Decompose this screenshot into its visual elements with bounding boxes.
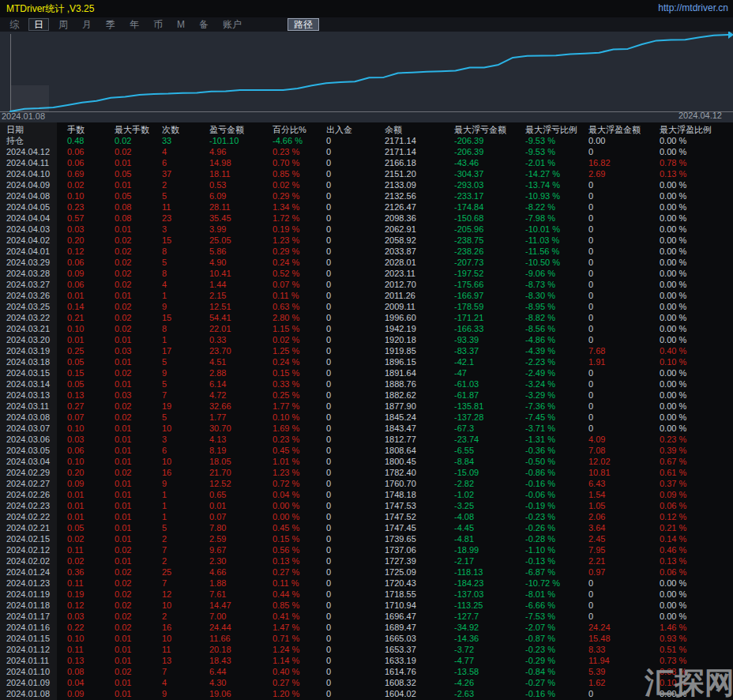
table-row[interactable]: 2024.02.020.020.0122.300.13 %01727.39-2.… (0, 555, 733, 566)
table-row[interactable]: 2024.03.180.050.0154.510.24 %01896.15-42… (0, 356, 733, 367)
table-cell: 14.98 (209, 157, 273, 168)
table-row[interactable]: 2024.04.080.100.0556.090.29 %02132.56-23… (0, 190, 733, 201)
table-cell: 0.22 (67, 622, 115, 633)
table-cell: 1710.94 (385, 600, 454, 611)
menu-item-备[interactable]: 备 (194, 18, 213, 31)
table-row[interactable]: 2024.02.220.010.0110.070.00 %01747.52-4.… (0, 511, 733, 522)
table-row[interactable]: 2024.04.090.020.0120.530.02 %02133.09-29… (0, 179, 733, 190)
table-cell: 0.00 % (660, 201, 733, 213)
table-cell: 0.00 % (660, 611, 733, 622)
table-row[interactable]: 2024.02.260.010.0110.650.04 %01748.18-1.… (0, 489, 733, 500)
menu-item-日[interactable]: 日 (28, 18, 49, 31)
table-cell: 2.06 (588, 511, 660, 522)
menu-item-币[interactable]: 币 (148, 18, 167, 31)
table-cell: -23.74 (454, 434, 525, 445)
site-link[interactable]: http://mtdriver.cn (658, 2, 728, 13)
table-row[interactable]: 2024.01.190.190.02127.610.44 %01718.55-1… (0, 589, 733, 600)
table-cell: 4.09 (588, 434, 660, 445)
table-row[interactable]: 2024.01.120.110.011120.181.24 %01653.37-… (0, 644, 733, 655)
table-cell: 2062.91 (385, 224, 454, 235)
table-cell: 2151.20 (385, 168, 454, 179)
table-cell: 0.01 (67, 290, 115, 301)
table-row[interactable]: 2024.03.200.010.0110.330.02 %01920.18-93… (0, 334, 733, 345)
table-cell: 0 (588, 268, 660, 279)
table-row[interactable]: 2024.01.090.040.0144.300.27 %01608.32-4.… (0, 677, 733, 688)
table-cell: 0.11 % (273, 578, 326, 589)
table-row[interactable]: 2024.01.100.080.0276.440.40 %01614.76-13… (0, 666, 733, 677)
table-cell: 0 (588, 367, 660, 378)
table-row[interactable]: 2024.02.230.010.0110.010.00 %01747.53-3.… (0, 500, 733, 511)
path-button[interactable]: 路径 (288, 18, 319, 31)
table-row[interactable]: 2024.03.070.100.011030.701.69 %01843.47-… (0, 423, 733, 434)
table-cell: 0 (326, 666, 385, 677)
table-row[interactable]: 2024.03.260.010.0112.150.11 %02011.26-16… (0, 290, 733, 301)
table-cell: 30.70 (209, 423, 273, 434)
table-cell: -10.72 % (525, 578, 588, 589)
table-cell: 1748.18 (385, 489, 454, 500)
table-cell: 0 (588, 589, 660, 600)
table-row[interactable]: 2024.02.270.090.01912.520.72 %01760.70-2… (0, 478, 733, 489)
table-cell: 5 (162, 378, 209, 390)
table-row[interactable]: 2024.03.050.060.0168.190.45 %01808.64-6.… (0, 445, 733, 456)
menu-item-M[interactable]: M (172, 18, 190, 31)
table-cell: 0.00 % (660, 334, 733, 345)
table-row[interactable]: 2024.03.040.100.011018.051.01 %01800.45-… (0, 456, 733, 467)
table-row[interactable]: 2024.04.110.060.01614.980.70 %02166.18-4… (0, 157, 733, 168)
table-row[interactable]: 2024.03.080.070.0251.770.10 %01845.24-13… (0, 412, 733, 423)
table-row[interactable]: 2024.03.290.060.0254.900.24 %02028.01-20… (0, 257, 733, 268)
table-row[interactable]: 2024.03.190.250.031723.701.25 %01919.85-… (0, 345, 733, 356)
table-row[interactable]: 2024.04.030.030.0133.990.19 %02062.91-20… (0, 224, 733, 235)
table-cell: -18.99 (454, 544, 525, 555)
table-row[interactable]: 2024.04.120.060.0244.960.23 %02171.14-20… (0, 146, 733, 157)
table-cell: 0.00 % (660, 323, 733, 334)
table-cell: 2024.04.04 (6, 213, 67, 224)
table-row[interactable]: 2024.03.280.090.02810.410.52 %02023.11-1… (0, 268, 733, 279)
table-cell: 0.00 % (660, 301, 733, 312)
table-cell: 0.00 % (660, 146, 733, 157)
table-row[interactable]: 2024.04.050.230.081128.111.34 %02126.47-… (0, 201, 733, 213)
table-row[interactable]: 2024.03.250.140.02912.510.63 %02009.11-1… (0, 301, 733, 312)
menu-item-季[interactable]: 季 (101, 18, 120, 31)
table-row[interactable]: 2024.01.150.100.011011.660.71 %01665.03-… (0, 633, 733, 644)
table-row[interactable]: 2024.03.110.270.021932.661.77 %01877.90-… (0, 401, 733, 412)
table-cell: 0.05 (115, 190, 162, 201)
table-row[interactable]: 2024.03.220.210.021554.412.80 %01996.60-… (0, 312, 733, 323)
table-cell: 0.39 % (660, 445, 733, 456)
table-row[interactable]: 2024.03.130.130.0374.720.25 %01882.62-61… (0, 390, 733, 401)
table-row[interactable]: 2024.01.110.130.011318.431.14 %01633.19-… (0, 655, 733, 666)
table-row[interactable]: 2024.01.240.360.02254.660.27 %01725.09-1… (0, 566, 733, 578)
table-row[interactable]: 2024.01.180.120.021014.470.85 %01710.94-… (0, 600, 733, 611)
table-row[interactable]: 2024.04.020.200.021525.051.23 %02058.92-… (0, 235, 733, 246)
menu-item-周[interactable]: 周 (54, 18, 73, 31)
table-cell: 1888.76 (385, 378, 454, 390)
table-cell: 0.02 (67, 179, 115, 190)
table-cell: 9 (162, 301, 209, 312)
table-row[interactable]: 2024.01.230.110.0271.880.11 %01720.43-18… (0, 578, 733, 589)
table-row[interactable]: 2024.04.040.570.082335.451.72 %02098.36-… (0, 213, 733, 224)
table-cell: 0.27 % (273, 566, 326, 578)
table-cell: -9.53 % (525, 135, 588, 146)
table-row[interactable]: 2024.04.100.690.053718.110.85 %02151.20-… (0, 168, 733, 179)
table-row[interactable]: 2024.01.170.030.0227.000.41 %01696.47-12… (0, 611, 733, 622)
table-row[interactable]: 2024.03.150.150.0292.880.15 %01891.64-47… (0, 367, 733, 378)
table-row-holding[interactable]: 持仓0.480.0233-101.10-4.66 %02171.14-206.3… (0, 135, 733, 146)
table-row[interactable]: 2024.02.150.020.0122.590.15 %01739.65-4.… (0, 533, 733, 544)
table-row[interactable]: 2024.04.010.120.0285.860.29 %02033.87-23… (0, 246, 733, 257)
table-row[interactable]: 2024.01.080.090.01919.061.20 %01604.02-2… (0, 688, 733, 699)
table-row[interactable]: 2024.02.210.050.0157.800.45 %01747.45-4.… (0, 522, 733, 533)
table-cell: 0.00 % (273, 500, 326, 511)
menu-item-月[interactable]: 月 (77, 18, 96, 31)
table-cell: -11.56 % (525, 246, 588, 257)
table-cell: -4.39 % (525, 345, 588, 356)
menu-item-账户[interactable]: 账户 (218, 18, 246, 31)
table-row[interactable]: 2024.02.290.200.021621.701.23 %01782.40-… (0, 467, 733, 478)
table-row[interactable]: 2024.03.270.060.0241.440.07 %02012.70-17… (0, 279, 733, 290)
table-row[interactable]: 2024.01.160.220.021624.441.47 %01689.47-… (0, 622, 733, 633)
table-row[interactable]: 2024.03.210.100.02822.011.15 %01942.19-1… (0, 323, 733, 334)
table-cell: 6 (162, 157, 209, 168)
table-row[interactable]: 2024.02.120.110.0279.670.56 %01737.06-18… (0, 544, 733, 555)
menu-item-年[interactable]: 年 (125, 18, 144, 31)
menu-item-综[interactable]: 综 (5, 18, 24, 31)
table-row[interactable]: 2024.03.140.050.0156.140.33 %01888.76-61… (0, 378, 733, 390)
table-row[interactable]: 2024.03.060.030.0134.130.23 %01812.77-23… (0, 434, 733, 445)
